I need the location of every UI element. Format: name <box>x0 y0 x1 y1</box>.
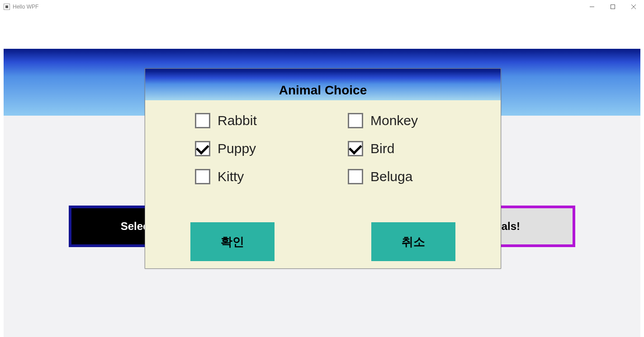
svg-rect-1 <box>611 5 615 9</box>
close-button[interactable] <box>623 0 644 14</box>
checkbox-kitty[interactable]: Kitty <box>195 169 330 184</box>
checkbox-box[interactable] <box>348 113 363 128</box>
checkbox-box[interactable] <box>348 169 363 184</box>
confirm-button-label: 확인 <box>221 234 244 250</box>
checkbox-rabbit[interactable]: Rabbit <box>195 113 330 128</box>
checkbox-label: Kitty <box>218 169 244 184</box>
cancel-button[interactable]: 취소 <box>371 222 455 261</box>
checkbox-label: Beluga <box>370 169 412 184</box>
window-client-area: Select nals! Animal Choice RabbitMonkeyP… <box>0 14 644 337</box>
dialog-header: Animal Choice <box>145 69 501 100</box>
checkbox-label: Puppy <box>218 141 256 156</box>
maximize-button[interactable] <box>602 0 623 14</box>
checkbox-label: Rabbit <box>218 113 257 128</box>
checkbox-box[interactable] <box>195 169 210 184</box>
checkbox-box[interactable] <box>348 141 363 156</box>
dialog-title: Animal Choice <box>279 83 367 98</box>
checkbox-label: Monkey <box>370 113 418 128</box>
confirm-button[interactable]: 확인 <box>190 222 275 261</box>
checkbox-label: Bird <box>370 141 394 156</box>
checkbox-box[interactable] <box>195 113 210 128</box>
window-titlebar: Hello WPF <box>0 0 644 14</box>
window-title: Hello WPF <box>13 4 38 10</box>
minimize-button[interactable] <box>582 0 602 14</box>
checkbox-beluga[interactable]: Beluga <box>348 169 483 184</box>
checkbox-bird[interactable]: Bird <box>348 141 483 156</box>
app-icon <box>4 4 10 10</box>
checkbox-puppy[interactable]: Puppy <box>195 141 330 156</box>
animal-choice-dialog: Animal Choice RabbitMonkeyPuppyBirdKitty… <box>145 68 501 269</box>
cancel-button-label: 취소 <box>402 234 425 250</box>
checkbox-monkey[interactable]: Monkey <box>348 113 483 128</box>
checkbox-box[interactable] <box>195 141 210 156</box>
